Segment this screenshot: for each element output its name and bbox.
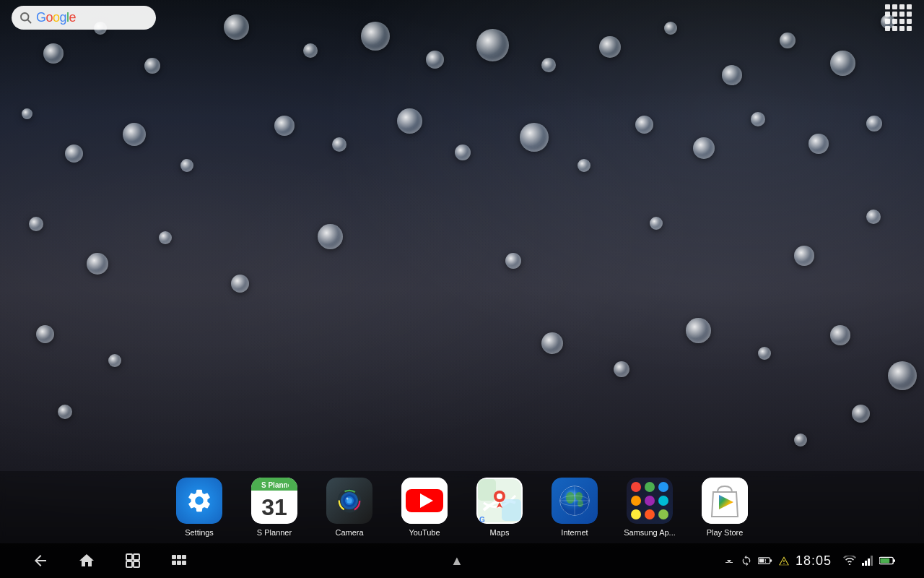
svg-rect-46 [862,563,864,566]
svg-text:!: ! [764,558,766,564]
playstore-label: Play Store [707,528,744,537]
svg-rect-35 [134,561,139,567]
maps-label: Maps [490,528,510,537]
app-grid-button[interactable] [884,3,912,32]
splanner-label: S Planner [257,528,292,537]
svg-rect-44 [759,559,764,563]
svg-text:G: G [479,516,485,524]
maps-icon: G [476,478,523,524]
svg-rect-38 [182,555,186,559]
svg-point-24 [566,492,575,504]
accessibility-button[interactable] [167,549,191,572]
back-button[interactable] [29,549,52,572]
app-maps[interactable]: G Maps [471,478,528,537]
back-icon [32,552,49,569]
svg-rect-32 [126,554,132,560]
svg-rect-17 [478,479,496,501]
app-youtube[interactable]: YouTube [396,478,453,537]
status-time: 18:05 [796,553,832,569]
svg-rect-41 [182,561,186,565]
planner-day: 31 [251,491,297,524]
svg-rect-40 [177,561,181,565]
app-settings[interactable]: Settings [170,478,228,537]
svg-point-8 [346,498,349,500]
camera-icon [336,488,362,514]
recents-icon [124,552,141,569]
svg-rect-37 [177,555,181,559]
battery-level-icon [879,556,895,565]
app-dock: Settings S Planner 31 S Planner [0,471,924,543]
svg-rect-52 [880,558,889,563]
samsung-label: Samsung Ap... [624,528,676,537]
svg-rect-33 [134,554,139,560]
camera-label: Camera [335,528,363,537]
svg-rect-39 [172,561,176,565]
svg-rect-51 [893,559,895,562]
nav-center: ▲ [450,553,463,569]
svg-rect-48 [868,558,870,566]
playstore-icon [702,478,748,524]
wifi-icon [843,556,856,566]
app-playstore[interactable]: Play Store [696,478,754,537]
google-search-bar[interactable]: Google [12,6,156,30]
navigation-bar: ▲ ! 18:05 [0,543,924,578]
accessibility-icon [170,552,188,569]
top-bar: Google [0,0,924,35]
internet-globe-icon [559,485,590,517]
settings-gear-icon [186,487,213,514]
home-icon [78,552,95,569]
svg-rect-36 [172,555,176,559]
google-logo-text: Google [36,10,76,25]
svg-rect-49 [871,556,873,566]
svg-rect-34 [126,561,132,567]
nav-chevron-up[interactable]: ▲ [450,553,463,569]
alert-icon [778,556,790,566]
youtube-label: YouTube [409,528,440,537]
usb-icon [723,555,735,566]
home-button[interactable] [75,549,98,572]
app-samsung[interactable]: Samsung Ap... [621,478,679,537]
search-icon [19,11,32,24]
samsung-dots-grid [631,482,668,519]
app-internet[interactable]: Internet [546,478,603,537]
planner-header: S Planner [251,478,297,491]
svg-rect-47 [865,561,867,566]
battery-warning-icon: ! [758,556,772,566]
grid-dots-icon [885,4,912,31]
settings-label: Settings [185,528,214,537]
svg-text:S Planner: S Planner [261,481,289,489]
svg-line-1 [27,20,30,22]
recents-button[interactable] [121,549,144,572]
internet-label: Internet [561,528,588,537]
app-camera[interactable]: Camera [321,478,378,537]
signal-icon [862,556,873,566]
youtube-icon [401,478,448,524]
svg-rect-43 [770,559,772,561]
svg-rect-18 [502,499,521,521]
svg-point-26 [578,500,583,507]
nav-right-status: ! 18:05 [723,553,895,569]
app-splanner[interactable]: S Planner 31 S Planner [245,478,303,537]
nav-left-icons [29,549,191,572]
sync-icon [741,555,752,566]
planner-header-icon: S Planner [260,479,289,489]
svg-point-20 [497,493,502,499]
